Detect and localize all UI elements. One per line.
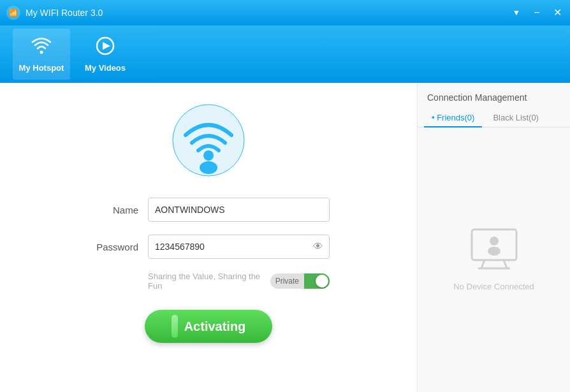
tab-friends[interactable]: • Friends(0) [424, 109, 482, 127]
no-device-text: No Device Connected [453, 282, 534, 291]
title-bar-left: 📶 My WIFI Router 3.0 [6, 6, 103, 20]
title-bar-controls: ▼ − ✕ [510, 8, 564, 18]
left-panel: Name Password 👁 Sharing the Value, Shari… [0, 83, 417, 392]
videos-label: My Videos [85, 63, 126, 73]
slogan-text: Sharing the Value, Sharing the Fun [148, 272, 261, 291]
svg-point-12 [490, 236, 499, 245]
name-label: Name [87, 205, 138, 215]
private-toggle[interactable]: Private [270, 273, 330, 289]
hotspot-label: My Hotspot [19, 63, 64, 73]
videos-icon [94, 36, 117, 61]
blacklist-tab-label: Black List(0) [493, 113, 539, 122]
nav-tab-hotspot[interactable]: My Hotspot [13, 29, 70, 80]
toggle-thumb [316, 275, 328, 287]
right-panel-tabs: • Friends(0) Black List(0) [418, 109, 570, 127]
svg-marker-4 [103, 42, 110, 50]
tab-blacklist[interactable]: Black List(0) [485, 109, 546, 127]
svg-text:📶: 📶 [9, 8, 18, 17]
svg-point-7 [200, 161, 217, 174]
password-row: Password 👁 [87, 235, 330, 259]
password-wrapper: 👁 [148, 235, 330, 259]
svg-line-9 [481, 260, 485, 268]
wifi-logo [170, 102, 247, 178]
name-input[interactable] [148, 198, 330, 222]
eye-icon[interactable]: 👁 [313, 241, 323, 252]
nav-tab-videos[interactable]: My Videos [77, 29, 134, 80]
hotspot-icon [30, 36, 53, 61]
connection-management-header: Connection Management [418, 83, 570, 103]
app-title: My WIFI Router 3.0 [26, 8, 103, 18]
activate-label: Activating [184, 319, 246, 334]
minimize-button[interactable]: − [530, 8, 543, 18]
svg-line-10 [504, 260, 507, 268]
right-panel-content: No Device Connected [418, 127, 570, 392]
right-panel: Connection Management • Friends(0) Black… [417, 83, 570, 392]
slogan-row: Sharing the Value, Sharing the Fun Priva… [87, 272, 330, 291]
svg-point-13 [488, 247, 501, 256]
name-row: Name [87, 198, 330, 222]
wifi-signal-icon: ▼ [510, 9, 523, 17]
toggle-track[interactable] [304, 273, 330, 289]
activate-button[interactable]: Activating [145, 310, 272, 343]
nav-bar: My Hotspot My Videos [0, 25, 570, 83]
private-label: Private [270, 273, 304, 289]
close-button[interactable]: ✕ [551, 8, 564, 18]
title-bar: 📶 My WIFI Router 3.0 ▼ − ✕ [0, 0, 570, 25]
main-container: Name Password 👁 Sharing the Value, Shari… [0, 83, 570, 392]
monitor-icon [469, 228, 520, 272]
password-input[interactable] [148, 235, 330, 259]
svg-point-6 [203, 150, 214, 161]
app-icon: 📶 [6, 6, 20, 20]
activate-indicator [172, 315, 178, 338]
password-label: Password [87, 242, 138, 252]
form-area: Name Password 👁 [87, 198, 330, 259]
friends-tab-label: • [432, 113, 437, 122]
svg-point-2 [40, 50, 43, 54]
